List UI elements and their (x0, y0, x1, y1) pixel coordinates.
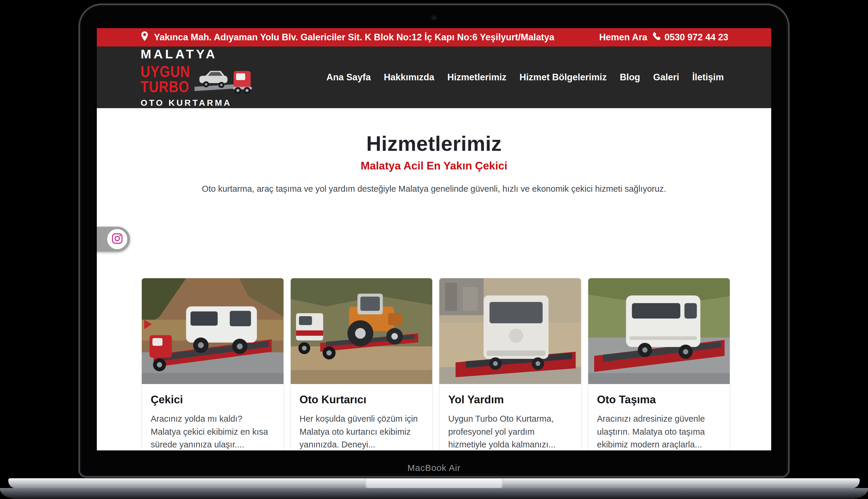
services-section: Hizmetlerimiz Malatya Acil En Yakın Çeki… (97, 108, 771, 450)
main-nav: Ana Sayfa Hakkımızda Hizmetlerimiz Hizme… (327, 72, 724, 83)
topbar: Yakınca Mah. Adıyaman Yolu Blv. Galerici… (97, 28, 771, 47)
call-now-label: Hemen Ara (599, 32, 647, 43)
card-text: Aracınızı adresinize güvenle ulaştırın. … (597, 413, 721, 450)
service-image-yol-yardim[interactable] (439, 278, 581, 384)
nav-item-hizmet-bolgelerimiz[interactable]: Hizmet Bölgelerimiz (519, 72, 607, 83)
card-title: Oto Kurtarıcı (300, 393, 424, 406)
section-title: Hizmetlerimiz (97, 108, 771, 156)
service-cards: Çekici Aracınız yolda mı kaldı? Malatya … (141, 278, 730, 450)
instagram-icon (111, 233, 123, 246)
instagram-button[interactable] (97, 227, 130, 252)
logo-tagline: OTO KURTARMA (141, 99, 232, 107)
service-image-oto-tasima[interactable] (588, 278, 730, 384)
nav-item-iletisim[interactable]: İletişim (692, 72, 724, 83)
macbook-air-label: MacBook Air (78, 463, 790, 473)
logo-word1: UYGUN (141, 64, 190, 79)
navbar: MALATYA UYGUN TURBO (97, 47, 771, 108)
address-group: Yakınca Mah. Adıyaman Yolu Blv. Galerici… (141, 31, 554, 44)
logo-city-text: MALATYA (141, 48, 217, 60)
logo-word2: TURBO (141, 80, 190, 94)
macbook-base-bottom (0, 488, 868, 499)
card-text: Uygun Turbo Oto Kurtarma, profesyonel yo… (448, 413, 572, 450)
address-text: Yakınca Mah. Adıyaman Yolu Blv. Galerici… (154, 32, 554, 43)
service-card-yol-yardim: Yol Yardım Uygun Turbo Oto Kurtarma, pro… (439, 278, 581, 450)
nav-item-hakkimizda[interactable]: Hakkımızda (384, 72, 434, 83)
site-logo[interactable]: MALATYA UYGUN TURBO (141, 48, 253, 107)
section-subtitle: Malatya Acil En Yakın Çekici (97, 160, 771, 172)
nav-item-galeri[interactable]: Galeri (653, 72, 679, 83)
tow-truck-logo-icon (194, 63, 253, 96)
phone-number: 0530 972 44 23 (665, 32, 729, 43)
service-card-oto-tasima: Oto Taşıma Aracınızı adresinize güvenle … (588, 278, 730, 450)
nav-item-hizmetlerimiz[interactable]: Hizmetlerimiz (447, 72, 506, 83)
service-card-oto-kurtarici: Oto Kurtarıcı Her koşulda güvenli çözüm … (290, 278, 433, 450)
phone-icon (652, 32, 661, 43)
location-pin-icon (141, 31, 149, 44)
call-now-group[interactable]: Hemen Ara 0530 972 44 23 (599, 32, 728, 43)
service-card-cekici: Çekici Aracınız yolda mı kaldı? Malatya … (141, 278, 284, 450)
nav-item-blog[interactable]: Blog (620, 72, 640, 83)
card-title: Yol Yardım (448, 393, 572, 406)
service-image-oto-kurtarici[interactable] (291, 278, 432, 384)
macbook-lid: Yakınca Mah. Adıyaman Yolu Blv. Galerici… (78, 3, 790, 478)
card-title: Oto Taşıma (597, 393, 721, 406)
nav-item-ana-sayfa[interactable]: Ana Sayfa (327, 72, 371, 83)
section-description: Oto kurtarma, araç taşıma ve yol yardım … (97, 184, 771, 194)
webcam (432, 16, 436, 20)
card-text: Aracınız yolda mı kaldı? Malatya çekici … (151, 413, 275, 450)
browser-screen: Yakınca Mah. Adıyaman Yolu Blv. Galerici… (97, 28, 771, 450)
card-title: Çekici (151, 393, 275, 406)
card-text: Her koşulda güvenli çözüm için Malatya o… (300, 413, 424, 450)
service-image-cekici[interactable] (142, 278, 284, 384)
